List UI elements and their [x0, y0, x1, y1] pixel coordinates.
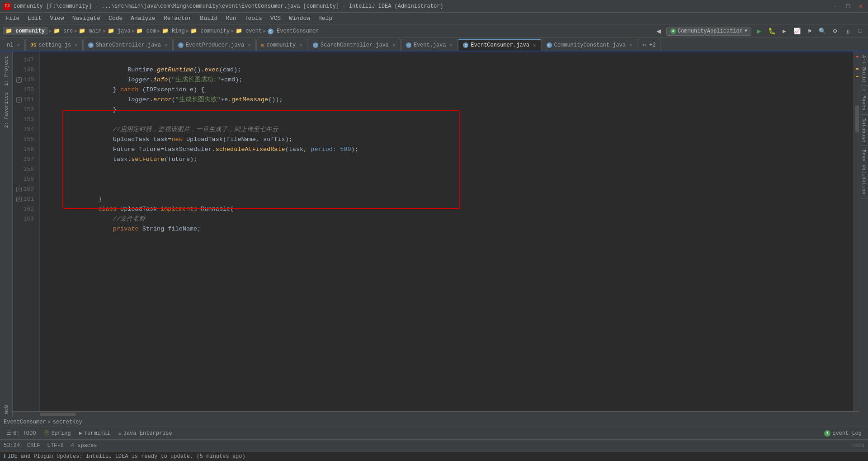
java-enterprise-button[interactable]: ☕ Java Enterprise	[115, 429, 175, 437]
tab-nl-label: nl	[7, 42, 13, 48]
breadcrumb-item-2[interactable]: secretKey	[53, 419, 82, 425]
tab-eventconsumer-close[interactable]: ✕	[533, 42, 536, 48]
tab-eventproducer-close[interactable]: ✕	[248, 42, 251, 48]
scroll-thumb[interactable]	[855, 105, 859, 132]
code-content[interactable]: Runtime.getRuntime().exec(cmd); logger.i…	[40, 52, 854, 411]
code-area[interactable]: 147 148 ▽ 149 150 ◁ 151 152 153 154 155 …	[13, 52, 860, 417]
spring-label: Spring	[51, 430, 71, 437]
debug-button[interactable]: 🐛	[767, 26, 777, 36]
menu-window[interactable]: Window	[285, 14, 314, 23]
h-scroll-thumb[interactable]	[40, 413, 76, 416]
tab-event[interactable]: C Event.java ✕	[401, 39, 458, 51]
panel-art-build[interactable]: Art Build	[860, 52, 868, 86]
status-encoding[interactable]: UTF-8	[47, 442, 64, 449]
spring-button[interactable]: Ⓟ Spring	[41, 428, 73, 438]
tab-setting-close[interactable]: ✕	[75, 42, 78, 48]
event-crumb[interactable]: 📁 event	[236, 28, 262, 34]
sidebar-favorites[interactable]: 2: Favorites	[2, 89, 11, 131]
search-button[interactable]: 🔍	[817, 26, 827, 36]
tab-js-icon: JS	[30, 42, 36, 48]
code-line-148: logger.info("生成长图成功:"+cmd);	[47, 65, 854, 75]
tab-event-close[interactable]: ✕	[450, 42, 453, 48]
menu-run[interactable]: Run	[222, 14, 240, 23]
status-crlf[interactable]: CRLF	[27, 442, 40, 449]
class-crumb[interactable]: C EventConsumer	[268, 28, 319, 34]
linenum-159: 159	[13, 174, 39, 184]
tab-eventproducer-label: EventProducer.java	[186, 42, 245, 48]
project-crumb[interactable]: 📁 community	[3, 27, 47, 35]
menu-vcs[interactable]: VCS	[267, 14, 284, 23]
sidebar-project[interactable]: 1: Project	[2, 53, 11, 89]
linenum-147: 147	[13, 55, 39, 65]
menu-file[interactable]: File	[2, 14, 23, 23]
layout-button[interactable]: ◫	[843, 26, 853, 36]
status-indent[interactable]: 4 spaces	[71, 442, 97, 449]
horizontal-scrollbar[interactable]	[13, 411, 860, 417]
tab-community-close[interactable]: ✕	[299, 42, 302, 48]
run-button[interactable]: ▶	[754, 26, 764, 36]
todo-button[interactable]: ☰ 6: TODO	[4, 429, 38, 437]
tab-sharecontroller-close[interactable]: ✕	[165, 42, 168, 48]
breadcrumb-nav: 📁 community ► 📁 src ► 📁 main ► 📁 java ► …	[3, 27, 319, 35]
src-crumb[interactable]: 📁 src	[53, 28, 73, 34]
linenum-154: 154	[13, 125, 39, 135]
menu-bar: File Edit View Navigate Code Analyze Ref…	[0, 13, 868, 24]
menu-help[interactable]: Help	[315, 14, 336, 23]
run-config-selector[interactable]: ● CommunityApplication ▼	[666, 27, 751, 36]
tab-eventconsumer[interactable]: C EventConsumer.java ✕	[458, 39, 541, 51]
notification-text: IDE and Plugin Updates: IntelliJ IDEA is…	[8, 453, 245, 460]
event-log-button[interactable]: 1 Event Log	[821, 429, 864, 437]
java-crumb[interactable]: 📁 java	[108, 28, 131, 34]
ring-crumb[interactable]: 📁 Ring	[162, 28, 185, 34]
main-crumb[interactable]: 📁 main	[79, 28, 102, 34]
tab-eventproducer[interactable]: C EventProducer.java ✕	[173, 39, 256, 51]
right-sidebar: Art Build m Maven Database Bean Validati…	[860, 52, 868, 417]
restore-button[interactable]: □	[844, 3, 852, 10]
tab-java-icon-3: C	[313, 42, 318, 48]
event-log-icon: 1	[824, 430, 830, 437]
menu-code[interactable]: Code	[105, 14, 126, 23]
menu-edit[interactable]: Edit	[24, 14, 45, 23]
fold-149[interactable]: ▽	[16, 77, 22, 83]
minimize-button[interactable]: −	[832, 3, 839, 10]
breadcrumb-item-1[interactable]: EventConsumer	[4, 419, 46, 425]
linenum-149: ▽ 149	[13, 75, 39, 85]
menu-view[interactable]: View	[46, 14, 67, 23]
scrollbar[interactable]	[854, 52, 860, 411]
settings-button[interactable]: ⚙	[830, 26, 840, 36]
panel-maven[interactable]: m Maven	[860, 86, 868, 114]
coverage-button[interactable]: ▶	[779, 26, 789, 36]
tab-setting-js[interactable]: JS setting.js ✕	[25, 39, 83, 51]
menu-build[interactable]: Build	[196, 14, 221, 23]
menu-navigate[interactable]: Navigate	[69, 14, 104, 23]
fold-151[interactable]: ◁	[16, 97, 22, 103]
fold-161[interactable]: ▽	[16, 197, 22, 202]
bookmark-button[interactable]: ⚑	[805, 26, 815, 36]
panel-bean-validation[interactable]: Bean Validation	[860, 146, 868, 198]
tab-communityconstant-close[interactable]: ✕	[629, 42, 632, 48]
tab-java-icon-6: C	[547, 42, 552, 48]
tab-searchcontroller[interactable]: C SearchController.java ✕	[308, 39, 401, 51]
menu-analyze[interactable]: Analyze	[127, 14, 159, 23]
tab-nl[interactable]: nl ✕	[2, 39, 25, 51]
profile-button[interactable]: 📈	[792, 26, 802, 36]
tab-searchcontroller-close[interactable]: ✕	[392, 42, 396, 48]
sidebar-web[interactable]: Web	[2, 402, 11, 417]
community-crumb2[interactable]: 📁 community	[190, 28, 230, 34]
panel-database[interactable]: Database	[860, 115, 868, 146]
back-button[interactable]: ◀	[654, 26, 664, 36]
tab-setting-label: setting.js	[38, 42, 71, 48]
tab-community[interactable]: m community ✕	[256, 39, 307, 51]
tab-communityconstant[interactable]: C CommunityConstant.java ✕	[542, 39, 637, 51]
fullscreen-button[interactable]: □	[855, 26, 865, 36]
tab-nl-close[interactable]: ✕	[17, 42, 20, 48]
tab-sharecontroller[interactable]: C ShareController.java ✕	[83, 39, 173, 51]
terminal-button[interactable]: ▶ Terminal	[76, 429, 113, 437]
tab-more[interactable]: ↣ +2	[638, 39, 661, 51]
com-crumb[interactable]: 📁 com	[136, 28, 156, 34]
menu-tools[interactable]: Tools	[241, 14, 266, 23]
close-button[interactable]: ✕	[857, 3, 864, 10]
menu-refactor[interactable]: Refactor	[160, 14, 195, 23]
code-line-153: //启用定时器，监视该图片，一旦生成了，则上传至七牛云	[47, 115, 854, 125]
fold-160[interactable]: ◁	[16, 187, 22, 192]
